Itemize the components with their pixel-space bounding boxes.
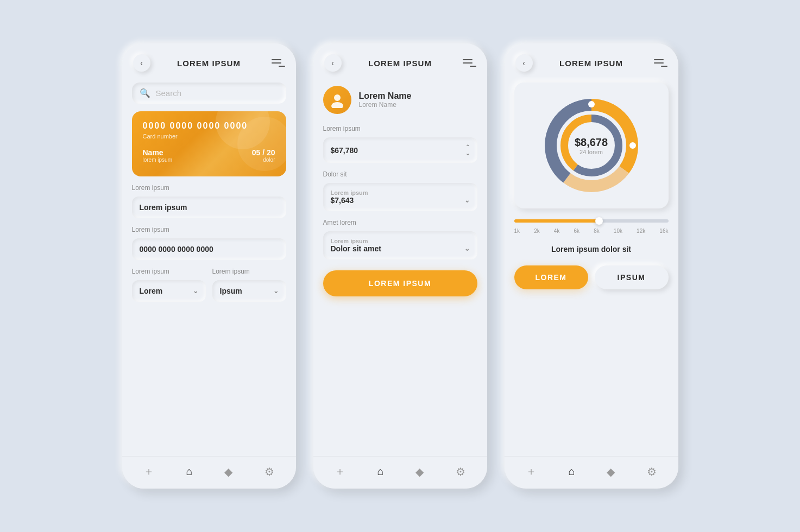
phone-screen-3: ‹ LOREM IPSUM [505,43,678,489]
nav-settings-icon-3[interactable]: ⚙ [647,465,657,478]
dropdown2-box[interactable]: Lorem ipsum $7,643 ⌄ [323,183,477,211]
nav-settings-icon[interactable]: ⚙ [264,465,274,478]
field2-box[interactable]: 0000 0000 0000 0000 [132,238,286,260]
back-button-3[interactable]: ‹ [515,54,533,72]
card-bottom: Name lorem ipsum 05 / 20 dolor [143,148,275,163]
card-number: 0000 0000 0000 0000 [143,121,275,131]
avatar [323,86,351,114]
card-expiry: 05 / 20 [252,148,275,157]
profile-name: Lorem Name [359,91,412,101]
svg-point-8 [588,101,595,107]
screen2-content: Lorem Name Lorem Name Lorem ipsum $67,78… [313,77,487,456]
field3a-dropdown[interactable]: Lorem ⌄ [132,280,206,302]
card-name-section: Name lorem ipsum [143,148,172,163]
chart-title: Lorem ipsum dolor sit [514,245,669,254]
dropdown3-box[interactable]: Lorem ipsum Dolor sit amet ⌄ [323,231,477,259]
nav-home-icon-2[interactable]: ⌂ [377,465,384,478]
donut-chart: $8,678 24 lorem [537,91,646,200]
user-avatar-icon [329,92,345,108]
field3b-col: Lorem ipsum Ipsum ⌄ [212,268,286,302]
screen3-bottom-nav: ＋ ⌂ ◆ ⚙ [505,456,678,489]
phone-screen-1: ‹ LOREM IPSUM 🔍 Search 0000 0000 0000 00… [122,43,296,489]
nav-plus-icon[interactable]: ＋ [143,464,154,479]
svg-point-0 [334,94,341,101]
field1-box[interactable]: Lorem ipsum [132,197,286,218]
credit-card: 0000 0000 0000 0000 Card number Name lor… [132,111,286,176]
back-button-2[interactable]: ‹ [324,54,342,72]
donut-center: $8,678 24 lorem [575,136,608,155]
screen1-header: ‹ LOREM IPSUM [122,43,296,77]
back-button[interactable]: ‹ [133,54,150,72]
menu-line-4 [463,59,473,60]
field2-value: 0000 0000 0000 0000 [140,245,213,254]
screen3-content: $8,678 24 lorem 1k 2k 4k 6k 8k 10k 12k 1… [505,77,678,456]
menu-button-3[interactable] [650,54,667,72]
field1-value: Lorem ipsum [140,203,187,212]
field3b-dropdown[interactable]: Ipsum ⌄ [212,280,286,302]
dropdown1-box[interactable]: $67,780 ⌃ ⌄ [323,137,477,163]
nav-plus-icon-2[interactable]: ＋ [335,464,345,479]
menu-line-6 [470,66,476,67]
dropdown3-label: Amet lorem [323,219,477,226]
slider-track[interactable] [514,219,669,223]
menu-button[interactable] [268,54,285,72]
menu-line-8 [654,62,664,64]
dropdown2-inner: $7,643 ⌄ [331,196,470,205]
screen1-bottom-nav: ＋ ⌂ ◆ ⚙ [122,456,296,489]
nav-home-icon-3[interactable]: ⌂ [569,465,575,478]
dropdown1-value: $67,780 [331,146,358,155]
ipsum-button[interactable]: IPSUM [595,265,669,289]
field3a-label: Lorem ipsum [132,268,206,275]
chevron-down-icon-2: ⌄ [273,287,279,295]
cta-button[interactable]: LOREM IPSUM [323,270,477,296]
field2-label: Lorem ipsum [132,226,286,233]
chevron-down-icon-3: ⌄ [464,197,470,204]
card-name: Name [143,148,172,157]
slider-label-12k: 12k [637,228,645,234]
dropdown2-sublabel: Lorem ipsum [331,189,368,196]
donut-chart-card: $8,678 24 lorem [514,83,669,208]
dropdown2-section: Dolor sit Lorem ipsum $7,643 ⌄ [323,170,477,211]
nav-home-icon[interactable]: ⌂ [186,465,193,478]
nav-shield-icon-2[interactable]: ◆ [415,465,424,478]
nav-shield-icon-3[interactable]: ◆ [607,465,615,478]
search-icon: 🔍 [140,88,150,98]
svg-point-9 [629,142,636,149]
button-row: LOREM IPSUM [514,265,669,289]
chevron-down-icon-4: ⌄ [464,245,470,252]
dropdown3-value: Dolor sit amet [331,244,381,253]
dropdown2-value: $7,643 [331,196,354,205]
slider-label-1k: 1k [514,228,520,234]
menu-button-2[interactable] [459,54,476,72]
card-name-sub: lorem ipsum [143,157,172,163]
screen1-content: 🔍 Search 0000 0000 0000 0000 Card number… [122,77,296,456]
donut-amount: $8,678 [575,136,608,149]
menu-line-1 [272,59,281,60]
lorem-button[interactable]: LOREM [514,265,588,289]
screen1-title: LOREM IPSUM [177,59,241,68]
screen2-title: LOREM IPSUM [368,59,432,68]
search-placeholder: Search [156,88,182,98]
dropdown3-section: Amet lorem Lorem ipsum Dolor sit amet ⌄ [323,219,477,259]
double-chevron-icon: ⌃ ⌄ [465,144,470,156]
dropdown1-section: Lorem ipsum $67,780 ⌃ ⌄ [323,125,477,163]
dropdown2-label: Dolor sit [323,170,477,178]
menu-line-3 [279,66,285,67]
profile-row: Lorem Name Lorem Name [323,83,477,117]
search-bar[interactable]: 🔍 Search [132,83,286,104]
dropdown3-sublabel: Lorem ipsum [331,238,368,244]
field3-row: Lorem ipsum Lorem ⌄ Lorem ipsum Ipsum ⌄ [132,268,286,302]
slider-thumb[interactable] [595,217,603,225]
profile-info: Lorem Name Lorem Name [359,91,412,109]
field3b-value: Ipsum [220,287,242,295]
card-expiry-sub: dolor [252,157,275,163]
slider-fill [514,219,599,223]
card-expiry-section: 05 / 20 dolor [252,148,275,163]
nav-shield-icon[interactable]: ◆ [224,465,232,478]
menu-line-2 [272,62,281,64]
field1-section: Lorem ipsum Lorem ipsum [132,184,286,218]
nav-plus-icon-3[interactable]: ＋ [526,464,537,479]
nav-settings-icon-2[interactable]: ⚙ [456,465,465,478]
slider-label-4k: 4k [554,228,560,234]
screen2-bottom-nav: ＋ ⌂ ◆ ⚙ [313,456,487,489]
